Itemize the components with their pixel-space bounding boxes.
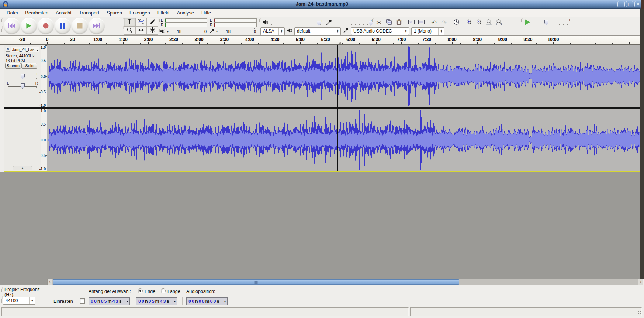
timeline-tick <box>553 42 554 44</box>
fit-selection-button[interactable] <box>484 18 494 27</box>
timeshift-tool-button[interactable] <box>135 26 147 35</box>
playback-device-select[interactable]: default ▲▼ <box>294 27 341 35</box>
timeline-label: 2:30 <box>169 37 178 42</box>
pause-button[interactable] <box>55 18 71 34</box>
envelope-tool-button[interactable] <box>135 18 147 26</box>
playback-meter-bar-right <box>165 23 207 27</box>
selection-end-field[interactable]: 00 h 05 m 43 s▼ <box>136 297 177 305</box>
vertical-ruler-left-channel[interactable]: 1.00.50.0-0.5-1.0 <box>41 45 47 107</box>
title-bar[interactable]: Jam_24_bastiman.mp3 − ▢ ✕ <box>0 0 644 9</box>
pan-right-label: R <box>35 81 38 85</box>
menu-datei[interactable]: Datei <box>3 9 21 17</box>
skip-to-start-button[interactable] <box>4 18 20 34</box>
playback-speed-slider[interactable]: − + <box>535 19 570 26</box>
input-volume-slider[interactable]: − + <box>335 20 372 27</box>
mute-button[interactable]: Stumm <box>5 63 21 69</box>
horizontal-scrollbar[interactable]: ‹ › <box>47 279 643 285</box>
chevron-down-icon[interactable]: ▼ <box>29 297 35 304</box>
track-collapse-button[interactable]: ▲ <box>13 166 32 170</box>
magnifier-icon <box>127 27 133 34</box>
meter-dropdown-icon[interactable]: ▼ <box>215 30 218 33</box>
vertical-ruler-right-channel[interactable]: 1.00.50.0-0.5-1.0 <box>41 109 47 171</box>
scroll-right-arrow[interactable]: › <box>638 279 643 285</box>
toolbar-grip[interactable] <box>521 18 523 25</box>
recording-meter[interactable]: L R ▼ -18 0 <box>209 18 257 34</box>
radio-end[interactable] <box>138 288 143 293</box>
menu-transport[interactable]: Transport <box>75 9 103 17</box>
selection-tool-button[interactable] <box>124 18 135 26</box>
multi-tool-button[interactable] <box>147 26 158 35</box>
chevron-down-icon[interactable]: ▼ <box>173 300 176 303</box>
menu-erzeugen[interactable]: Erzeugen <box>126 9 154 17</box>
sync-lock-tracks-button[interactable] <box>451 18 461 27</box>
track-close-button[interactable]: ✕ <box>6 47 10 52</box>
right-edge-scrollbar-trough[interactable] <box>640 9 644 279</box>
zoom-out-button[interactable] <box>474 18 484 27</box>
track-title-menu[interactable]: Jam_24_bas▼ <box>11 47 39 52</box>
stop-button[interactable] <box>72 18 88 34</box>
playhead-marker-icon[interactable] <box>337 42 341 44</box>
waveform-right-channel[interactable] <box>48 109 640 171</box>
play-at-speed-button[interactable] <box>524 18 531 27</box>
maximize-button[interactable]: ▢ <box>626 1 633 7</box>
project-rate-select[interactable]: 44100 ▼ <box>3 297 35 305</box>
silence-audio-button[interactable] <box>416 18 426 27</box>
skip-to-end-button[interactable] <box>89 18 105 34</box>
meter-dropdown-icon[interactable]: ▼ <box>166 30 169 33</box>
selection-start-field[interactable]: 00 h 05 m 43 s▼ <box>89 297 130 305</box>
timeline-tick <box>342 43 343 44</box>
combo-arrows-icon[interactable]: ▲▼ <box>278 28 284 35</box>
audio-host-select[interactable]: ALSA ▲▼ <box>260 27 285 35</box>
scroll-left-arrow[interactable]: ‹ <box>48 279 52 285</box>
combo-arrows-icon[interactable]: ▲▼ <box>438 28 444 35</box>
fit-project-button[interactable] <box>494 18 504 27</box>
solo-button[interactable]: Solo <box>21 63 37 69</box>
menu-effekt[interactable]: Effekt <box>154 9 173 17</box>
amplitude-label: 0.0 <box>41 138 46 142</box>
chevron-down-icon[interactable]: ▼ <box>224 300 226 303</box>
edit-cursor <box>337 45 338 171</box>
menu-hilfe[interactable]: Hilfe <box>198 9 215 17</box>
timeline-tick <box>368 43 368 44</box>
trim-audio-button[interactable] <box>406 18 416 27</box>
snap-to-checkbox[interactable] <box>80 298 85 304</box>
paste-button[interactable] <box>394 18 404 27</box>
draw-tool-button[interactable] <box>147 18 158 26</box>
copy-button[interactable] <box>384 18 394 27</box>
combo-arrows-icon[interactable]: ▲▼ <box>403 28 409 35</box>
zoom-tool-button[interactable] <box>124 26 135 35</box>
chevron-down-icon[interactable]: ▼ <box>126 300 129 303</box>
meter-scale-label: -18 <box>225 29 231 34</box>
pan-slider[interactable]: L R <box>8 83 37 89</box>
timeline-label: 6:00 <box>346 37 355 42</box>
microphone-icon <box>343 28 349 35</box>
menu-spuren[interactable]: Spuren <box>103 9 126 17</box>
playback-meter[interactable]: L R ▼ -18 0 <box>160 18 208 34</box>
horizontal-scrollbar-thumb[interactable] <box>53 279 459 285</box>
window-resize-grip[interactable] <box>636 309 641 314</box>
status-bar <box>0 305 644 318</box>
combo-arrows-icon[interactable]: ▲▼ <box>335 28 340 35</box>
waveform-left-channel[interactable] <box>48 45 640 107</box>
undo-button[interactable]: ↶ <box>429 18 439 27</box>
audio-position-field[interactable]: 00 h 00 m 00 s▼ <box>186 297 228 305</box>
play-button[interactable] <box>21 18 37 34</box>
timeline-ruler[interactable]: -300301:001:302:002:303:003:304:004:305:… <box>0 36 644 45</box>
recording-device-select[interactable]: USB Audio CODEC ▲▼ <box>351 27 409 35</box>
menu-ansicht[interactable]: Ansicht <box>52 9 75 17</box>
gain-slider[interactable]: − + <box>8 73 37 80</box>
record-button[interactable] <box>38 18 54 34</box>
toolbar-grip[interactable] <box>259 18 261 25</box>
cut-button[interactable]: ✂ <box>374 18 384 27</box>
timeline-label: 9:30 <box>523 37 532 42</box>
zoom-in-button[interactable] <box>464 18 474 27</box>
menu-analyse[interactable]: Analyse <box>173 9 198 17</box>
toolbar-grip[interactable] <box>122 18 124 34</box>
minimize-button[interactable]: − <box>617 1 625 7</box>
toolbar-grip[interactable] <box>1 18 3 34</box>
radio-length[interactable] <box>161 288 166 293</box>
output-volume-slider[interactable]: − + <box>271 20 322 27</box>
timeline-label: 6:30 <box>372 37 381 42</box>
recording-channels-select[interactable]: 1 (Mono) ▲▼ <box>411 27 444 35</box>
menu-bearbeiten[interactable]: Bearbeiten <box>21 9 52 17</box>
